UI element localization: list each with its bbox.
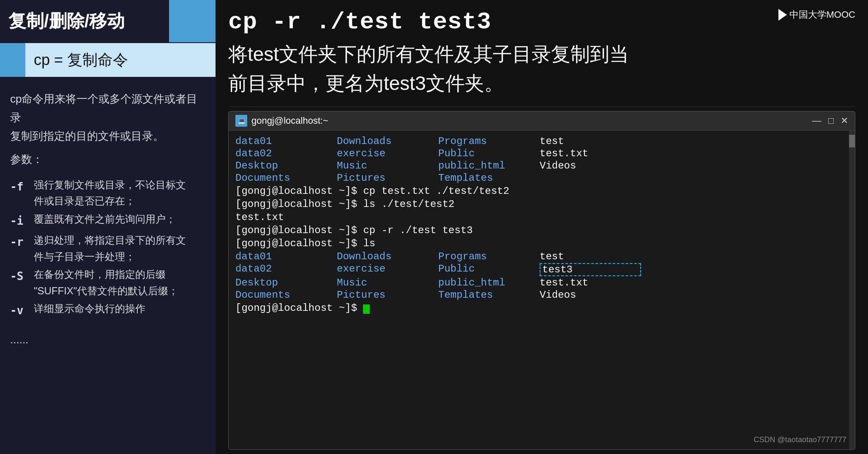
ls2-test: test [540,251,641,262]
command-desc-line1: 将test文件夹下的所有文件及其子目录复制到当 [228,40,855,69]
command-desc-line2: 前目录中，更名为test3文件夹。 [228,69,855,98]
ls2-documents: Documents [235,289,337,301]
terminal-titlebar: 💻 gongj@localhost:~ — □ ✕ [229,111,855,130]
ls1-programs: Programs [438,136,540,147]
ls2-downloads: Downloads [337,251,438,262]
terminal-title-text: gongj@localhost:~ [251,115,328,126]
command-line: cp -r ./test test3 [228,8,855,35]
param-i: -i 覆盖既有文件之前先询问用户； [10,211,205,231]
title-text-block: 复制/删除/移动 [0,0,169,42]
subtitle-bar: cp = 复制命令 [0,43,216,77]
scrollbar-thumb[interactable] [849,135,855,147]
terminal-body: data01 Downloads Programs test data02 ex… [229,130,855,449]
ls2-templates: Templates [438,289,540,301]
subtitle-blue-accent [0,43,25,77]
ls1-pictures: Pictures [337,172,438,184]
ls-grid-1: data01 Downloads Programs test data02 ex… [235,136,848,184]
prompt-final: [gongj@localhost ~]$ [235,302,848,314]
output-testtxt: test.txt [235,212,848,223]
title-blue-square [169,0,216,42]
ls2-data02: data02 [235,263,337,276]
terminal-wrapper: 💻 gongj@localhost:~ — □ ✕ data01 Downloa… [216,107,868,454]
ls1-downloads: Downloads [337,136,438,147]
ls2-desktop: Desktop [235,277,337,288]
title-bar: 复制/删除/移动 [0,0,216,42]
cursor [363,304,370,314]
desc-line1: cp命令用来将一个或多个源文件或者目录 [10,90,205,127]
ls1-desktop: Desktop [235,160,337,171]
desc-line2: 复制到指定的目的文件或目录。 [10,127,205,145]
maximize-button[interactable]: □ [828,115,834,126]
ls1-testtxt: test.txt [540,148,641,159]
ls2-exercise: exercise [337,263,438,276]
terminal-controls: — □ ✕ [812,115,848,126]
right-panel: 中国大学MOOC cp -r ./test test3 将test文件夹下的所有… [216,0,868,454]
ls2-music: Music [337,277,438,288]
ls2-test3-highlighted: test3 [540,263,641,276]
ls1-data01: data01 [235,136,337,147]
params-title: 参数： [10,150,205,169]
prompt-cp-r: [gongj@localhost ~]$ cp -r ./test test3 [235,225,848,236]
mooc-logo: 中国大学MOOC [778,8,855,21]
ls1-documents: Documents [235,172,337,184]
terminal-window: 💻 gongj@localhost:~ — □ ✕ data01 Downloa… [228,111,855,450]
ls1-exercise: exercise [337,148,438,159]
ls1-data02: data02 [235,148,337,159]
ls1-videos: Videos [540,160,641,171]
prompt-ls-test2: [gongj@localhost ~]$ ls ./test/test2 [235,198,848,210]
ls2-publichtml: public_html [438,277,540,288]
ls2-public: Public [438,263,540,276]
param-s: -S 在备份文件时，用指定的后缀"SUFFIX"代替文件的默认后缀； [10,266,205,299]
page-title: 复制/删除/移动 [8,11,125,32]
param-r: -r 递归处理，将指定目录下的所有文件与子目录一并处理； [10,232,205,265]
param-v: -v 详细显示命令执行的操作 [10,301,205,321]
ls1-publichtml: public_html [438,160,540,171]
csdn-watermark: CSDN @taotaotao7777777 [754,435,846,444]
terminal-scrollbar[interactable] [849,130,855,449]
terminal-icon: 💻 [235,115,247,127]
ls1-music: Music [337,160,438,171]
prompt-cp-test: [gongj@localhost ~]$ cp test.txt ./test/… [235,185,848,197]
command-area: cp -r ./test test3 将test文件夹下的所有文件及其子目录复制… [216,0,868,106]
ls2-programs: Programs [438,251,540,262]
mooc-text: 中国大学MOOC [789,8,855,21]
left-panel: 复制/删除/移动 cp = 复制命令 cp命令用来将一个或多个源文件或者目录 复… [0,0,216,454]
ls1-test: test [540,136,641,147]
params-section: -f 强行复制文件或目录，不论目标文件或目录是否已存在； -i 覆盖既有文件之前… [0,173,216,326]
mooc-play-icon [778,9,787,21]
prompt-ls: [gongj@localhost ~]$ ls [235,238,848,249]
close-button[interactable]: ✕ [841,115,848,126]
param-f: -f 强行复制文件或目录，不论目标文件或目录是否已存在； [10,177,205,209]
ls1-templates: Templates [438,172,540,184]
ls1-empty [540,172,641,184]
description: cp命令用来将一个或多个源文件或者目录 复制到指定的目的文件或目录。 参数： [0,77,216,173]
ls1-public: Public [438,148,540,159]
subtitle-text: cp = 复制命令 [25,50,136,71]
ls2-videos: Videos [540,289,641,301]
ls2-testtxt: test.txt [540,277,641,288]
minimize-button[interactable]: — [812,115,822,126]
terminal-title: 💻 gongj@localhost:~ [235,115,328,127]
ls-grid-2: data01 Downloads Programs test data02 ex… [235,251,848,301]
dots: ...... [0,326,216,353]
ls2-pictures: Pictures [337,289,438,301]
ls2-data01: data01 [235,251,337,262]
